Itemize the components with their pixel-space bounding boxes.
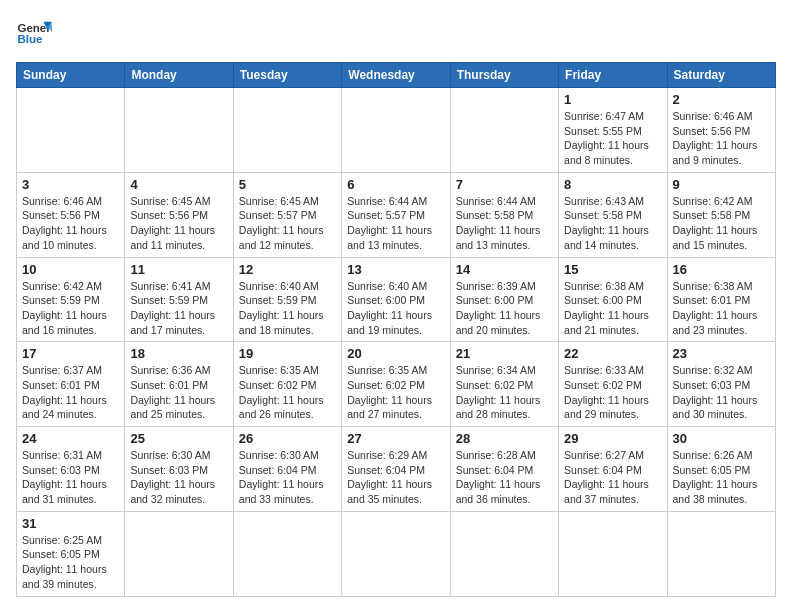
- day-number: 5: [239, 177, 336, 192]
- cell-info: Sunrise: 6:45 AM Sunset: 5:57 PM Dayligh…: [239, 194, 336, 253]
- day-number: 12: [239, 262, 336, 277]
- cell-info: Sunrise: 6:43 AM Sunset: 5:58 PM Dayligh…: [564, 194, 661, 253]
- calendar-cell: 30Sunrise: 6:26 AM Sunset: 6:05 PM Dayli…: [667, 427, 775, 512]
- calendar-cell: 31Sunrise: 6:25 AM Sunset: 6:05 PM Dayli…: [17, 511, 125, 596]
- calendar-cell: 17Sunrise: 6:37 AM Sunset: 6:01 PM Dayli…: [17, 342, 125, 427]
- calendar-cell: 14Sunrise: 6:39 AM Sunset: 6:00 PM Dayli…: [450, 257, 558, 342]
- day-number: 23: [673, 346, 770, 361]
- cell-info: Sunrise: 6:42 AM Sunset: 5:58 PM Dayligh…: [673, 194, 770, 253]
- calendar-cell: [342, 88, 450, 173]
- cell-info: Sunrise: 6:35 AM Sunset: 6:02 PM Dayligh…: [347, 363, 444, 422]
- calendar-cell: [450, 88, 558, 173]
- day-number: 9: [673, 177, 770, 192]
- calendar-cell: [559, 511, 667, 596]
- calendar-cell: [342, 511, 450, 596]
- day-number: 11: [130, 262, 227, 277]
- calendar-cell: 29Sunrise: 6:27 AM Sunset: 6:04 PM Dayli…: [559, 427, 667, 512]
- calendar-cell: [450, 511, 558, 596]
- calendar-cell: 27Sunrise: 6:29 AM Sunset: 6:04 PM Dayli…: [342, 427, 450, 512]
- calendar-cell: 26Sunrise: 6:30 AM Sunset: 6:04 PM Dayli…: [233, 427, 341, 512]
- day-number: 10: [22, 262, 119, 277]
- day-number: 31: [22, 516, 119, 531]
- day-number: 28: [456, 431, 553, 446]
- calendar-week-row: 10Sunrise: 6:42 AM Sunset: 5:59 PM Dayli…: [17, 257, 776, 342]
- calendar-header-row: SundayMondayTuesdayWednesdayThursdayFrid…: [17, 63, 776, 88]
- calendar-cell: 5Sunrise: 6:45 AM Sunset: 5:57 PM Daylig…: [233, 172, 341, 257]
- cell-info: Sunrise: 6:46 AM Sunset: 5:56 PM Dayligh…: [22, 194, 119, 253]
- day-number: 1: [564, 92, 661, 107]
- cell-info: Sunrise: 6:37 AM Sunset: 6:01 PM Dayligh…: [22, 363, 119, 422]
- calendar-cell: 13Sunrise: 6:40 AM Sunset: 6:00 PM Dayli…: [342, 257, 450, 342]
- calendar-cell: 8Sunrise: 6:43 AM Sunset: 5:58 PM Daylig…: [559, 172, 667, 257]
- calendar-cell: [17, 88, 125, 173]
- day-number: 15: [564, 262, 661, 277]
- cell-info: Sunrise: 6:34 AM Sunset: 6:02 PM Dayligh…: [456, 363, 553, 422]
- day-number: 26: [239, 431, 336, 446]
- day-header-thursday: Thursday: [450, 63, 558, 88]
- calendar-cell: 22Sunrise: 6:33 AM Sunset: 6:02 PM Dayli…: [559, 342, 667, 427]
- day-number: 16: [673, 262, 770, 277]
- calendar-cell: 15Sunrise: 6:38 AM Sunset: 6:00 PM Dayli…: [559, 257, 667, 342]
- calendar-week-row: 1Sunrise: 6:47 AM Sunset: 5:55 PM Daylig…: [17, 88, 776, 173]
- calendar-cell: [667, 511, 775, 596]
- calendar-cell: 28Sunrise: 6:28 AM Sunset: 6:04 PM Dayli…: [450, 427, 558, 512]
- calendar-week-row: 17Sunrise: 6:37 AM Sunset: 6:01 PM Dayli…: [17, 342, 776, 427]
- cell-info: Sunrise: 6:47 AM Sunset: 5:55 PM Dayligh…: [564, 109, 661, 168]
- day-number: 13: [347, 262, 444, 277]
- day-number: 8: [564, 177, 661, 192]
- day-number: 25: [130, 431, 227, 446]
- calendar-cell: 24Sunrise: 6:31 AM Sunset: 6:03 PM Dayli…: [17, 427, 125, 512]
- calendar-cell: 11Sunrise: 6:41 AM Sunset: 5:59 PM Dayli…: [125, 257, 233, 342]
- day-header-wednesday: Wednesday: [342, 63, 450, 88]
- calendar-cell: 18Sunrise: 6:36 AM Sunset: 6:01 PM Dayli…: [125, 342, 233, 427]
- logo-icon: General Blue: [16, 16, 52, 52]
- cell-info: Sunrise: 6:38 AM Sunset: 6:00 PM Dayligh…: [564, 279, 661, 338]
- cell-info: Sunrise: 6:40 AM Sunset: 5:59 PM Dayligh…: [239, 279, 336, 338]
- calendar-cell: 25Sunrise: 6:30 AM Sunset: 6:03 PM Dayli…: [125, 427, 233, 512]
- cell-info: Sunrise: 6:46 AM Sunset: 5:56 PM Dayligh…: [673, 109, 770, 168]
- day-header-friday: Friday: [559, 63, 667, 88]
- calendar-cell: [125, 511, 233, 596]
- day-number: 18: [130, 346, 227, 361]
- day-number: 27: [347, 431, 444, 446]
- cell-info: Sunrise: 6:27 AM Sunset: 6:04 PM Dayligh…: [564, 448, 661, 507]
- cell-info: Sunrise: 6:28 AM Sunset: 6:04 PM Dayligh…: [456, 448, 553, 507]
- cell-info: Sunrise: 6:25 AM Sunset: 6:05 PM Dayligh…: [22, 533, 119, 592]
- calendar-cell: 9Sunrise: 6:42 AM Sunset: 5:58 PM Daylig…: [667, 172, 775, 257]
- cell-info: Sunrise: 6:42 AM Sunset: 5:59 PM Dayligh…: [22, 279, 119, 338]
- day-number: 30: [673, 431, 770, 446]
- day-number: 7: [456, 177, 553, 192]
- day-header-saturday: Saturday: [667, 63, 775, 88]
- cell-info: Sunrise: 6:33 AM Sunset: 6:02 PM Dayligh…: [564, 363, 661, 422]
- calendar-cell: 1Sunrise: 6:47 AM Sunset: 5:55 PM Daylig…: [559, 88, 667, 173]
- calendar-cell: 21Sunrise: 6:34 AM Sunset: 6:02 PM Dayli…: [450, 342, 558, 427]
- calendar-cell: [233, 88, 341, 173]
- calendar-cell: [125, 88, 233, 173]
- day-number: 14: [456, 262, 553, 277]
- day-number: 24: [22, 431, 119, 446]
- day-header-tuesday: Tuesday: [233, 63, 341, 88]
- calendar-cell: 12Sunrise: 6:40 AM Sunset: 5:59 PM Dayli…: [233, 257, 341, 342]
- cell-info: Sunrise: 6:44 AM Sunset: 5:57 PM Dayligh…: [347, 194, 444, 253]
- cell-info: Sunrise: 6:30 AM Sunset: 6:03 PM Dayligh…: [130, 448, 227, 507]
- calendar-week-row: 3Sunrise: 6:46 AM Sunset: 5:56 PM Daylig…: [17, 172, 776, 257]
- cell-info: Sunrise: 6:35 AM Sunset: 6:02 PM Dayligh…: [239, 363, 336, 422]
- cell-info: Sunrise: 6:39 AM Sunset: 6:00 PM Dayligh…: [456, 279, 553, 338]
- calendar-cell: 7Sunrise: 6:44 AM Sunset: 5:58 PM Daylig…: [450, 172, 558, 257]
- cell-info: Sunrise: 6:45 AM Sunset: 5:56 PM Dayligh…: [130, 194, 227, 253]
- cell-info: Sunrise: 6:40 AM Sunset: 6:00 PM Dayligh…: [347, 279, 444, 338]
- calendar-cell: 2Sunrise: 6:46 AM Sunset: 5:56 PM Daylig…: [667, 88, 775, 173]
- day-number: 19: [239, 346, 336, 361]
- calendar-week-row: 31Sunrise: 6:25 AM Sunset: 6:05 PM Dayli…: [17, 511, 776, 596]
- cell-info: Sunrise: 6:30 AM Sunset: 6:04 PM Dayligh…: [239, 448, 336, 507]
- cell-info: Sunrise: 6:38 AM Sunset: 6:01 PM Dayligh…: [673, 279, 770, 338]
- cell-info: Sunrise: 6:36 AM Sunset: 6:01 PM Dayligh…: [130, 363, 227, 422]
- day-number: 20: [347, 346, 444, 361]
- day-number: 6: [347, 177, 444, 192]
- day-number: 21: [456, 346, 553, 361]
- cell-info: Sunrise: 6:31 AM Sunset: 6:03 PM Dayligh…: [22, 448, 119, 507]
- calendar-week-row: 24Sunrise: 6:31 AM Sunset: 6:03 PM Dayli…: [17, 427, 776, 512]
- calendar-cell: 3Sunrise: 6:46 AM Sunset: 5:56 PM Daylig…: [17, 172, 125, 257]
- calendar-cell: 4Sunrise: 6:45 AM Sunset: 5:56 PM Daylig…: [125, 172, 233, 257]
- cell-info: Sunrise: 6:44 AM Sunset: 5:58 PM Dayligh…: [456, 194, 553, 253]
